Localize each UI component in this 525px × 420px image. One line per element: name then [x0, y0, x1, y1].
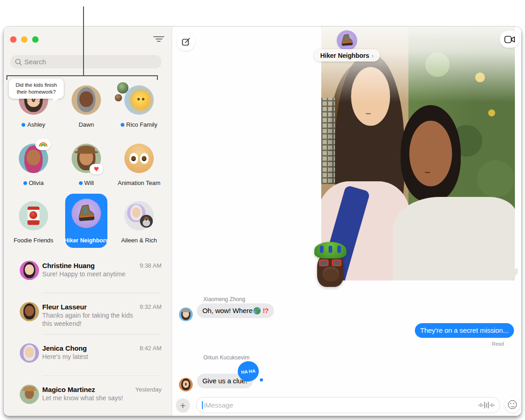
message-bubble-sent[interactable]: They're on a secret mission... [415, 323, 514, 338]
compose-button[interactable] [177, 33, 195, 51]
divider [42, 334, 161, 335]
pin-rico-family[interactable] [124, 85, 154, 115]
pin-label-animation-team: Animation Team [112, 179, 167, 186]
pin-hiker-neighbors-selected[interactable]: Hiker Neighbors [65, 194, 107, 248]
xiaomeng-zhong-avatar [179, 308, 193, 321]
search-field[interactable] [10, 55, 162, 68]
pin-aileen-rich[interactable] [124, 201, 154, 230]
globe-emoji [253, 307, 261, 314]
bike-helmet-icon [314, 242, 346, 258]
photo-person-right-top [393, 197, 515, 281]
sticker-glasses [319, 259, 329, 266]
smiley-icon [508, 400, 517, 409]
add-attachment-button[interactable]: + [176, 398, 190, 413]
aileen-rich-avatars [124, 201, 154, 230]
divider [42, 375, 161, 376]
sender-name: Orkun Kucuksevim [203, 354, 250, 361]
callout-bracket-tick-left [6, 75, 7, 80]
callout-line [83, 6, 84, 76]
pin-label-ashley: Ashley [6, 121, 61, 128]
helmet-memoji-sticker[interactable] [313, 241, 347, 290]
fleur-lasseur-avatar [20, 302, 39, 321]
conversation-row-christine-huang[interactable]: Christine Huang 9:38 AM Sure! Happy to m… [4, 261, 172, 301]
pin-foodie-friends[interactable] [19, 201, 48, 230]
conversation-time: 9:32 AM [140, 303, 162, 310]
conversation-name: Christine Huang [42, 262, 95, 269]
message-placeholder: iMessage [204, 401, 479, 409]
photo-person-right-face [409, 121, 452, 187]
unread-dot [79, 181, 83, 185]
conversation-name: Jenica Chong [42, 344, 87, 352]
photo-window-grid [321, 98, 335, 184]
sender-name: Xiaomeng Zhong [203, 296, 245, 302]
conversation-row-jenica-chong[interactable]: Jenica Chong 8:42 AM Here's my latest [4, 343, 172, 384]
photo-bubble-tail [511, 269, 519, 277]
orkun-kucuksevim-avatar [179, 378, 193, 392]
minimize-window-button[interactable] [21, 36, 28, 43]
video-camera-icon [504, 35, 515, 44]
conversation-time: 8:42 AM [140, 345, 162, 352]
pin-label-olivia: Olivia [6, 179, 61, 186]
magico-martinez-avatar [20, 385, 39, 404]
filter-icon[interactable] [153, 36, 165, 43]
conversation-name: Magico Martinez [42, 386, 95, 393]
callout-bracket [6, 75, 158, 76]
rainbow-tapback-icon [35, 139, 51, 150]
close-window-button[interactable] [10, 36, 17, 43]
search-icon [15, 58, 22, 66]
conversation-row-fleur-lasseur[interactable]: Fleur Lasseur 9:32 AM Thanks again for t… [4, 302, 172, 342]
chat-pane: Hiker Neighbors › Xiaomeng Zhong Oh, wow… [172, 27, 521, 416]
photo-message[interactable] [321, 27, 515, 280]
pin-animation-team[interactable] [124, 144, 154, 173]
pin-label-foodie-friends: Foodie Friends [6, 237, 61, 244]
rico-family-photo-thumb [114, 94, 123, 102]
message-preview-tooltip: Did the kids finish their homework? [9, 78, 64, 99]
jenica-chong-avatar [20, 343, 39, 363]
photo-person-right-smile [424, 169, 431, 173]
compose-icon [181, 37, 190, 46]
eyes-icon [129, 153, 149, 164]
pin-label-will: Will [59, 179, 114, 186]
pin-label-hiker-neighbors: Hiker Neighbors [59, 237, 114, 244]
sticker-hand [323, 267, 339, 281]
zoom-window-button[interactable] [32, 36, 39, 43]
conversation-time: Yesterday [135, 386, 162, 393]
message-text: Oh, wow! Where [202, 307, 252, 314]
pin-dawn[interactable] [72, 85, 101, 115]
unread-dot [22, 123, 25, 127]
conversation-row-magico-martinez[interactable]: Magico Martinez Yesterday Let me know wh… [4, 385, 172, 416]
unread-dot [23, 181, 27, 185]
messages-window: Did the kids finish their homework? Ashl… [4, 27, 521, 416]
message-input[interactable]: iMessage [196, 397, 500, 413]
message-bubble-received[interactable]: Oh, wow! Where!? [197, 303, 274, 318]
conversation-name: Fleur Lasseur [42, 303, 87, 311]
conversation-preview: Thanks again for taking the kids this we… [42, 312, 140, 328]
hiker-neighbors-avatar [72, 199, 101, 228]
chevron-right-icon: › [371, 52, 374, 59]
facetime-button[interactable] [500, 31, 519, 48]
boot-icon [340, 34, 354, 47]
sun-icon [124, 85, 154, 115]
canned-food-icon [28, 207, 39, 225]
conversation-preview: Here's my latest [42, 353, 140, 361]
sidebar: Did the kids finish their homework? Ashl… [4, 27, 172, 416]
emoji-picker-button[interactable] [504, 397, 520, 413]
sticker-glasses [332, 259, 341, 266]
message-text: They're on a secret mission... [420, 326, 508, 334]
read-receipt: Read [492, 341, 504, 347]
text-caret [202, 401, 203, 409]
audio-waveform-icon[interactable] [479, 401, 494, 409]
conversation-time: 9:38 AM [140, 262, 162, 269]
chat-title: Hiker Neighbors [320, 52, 369, 59]
heart-tapback-icon: ♥ [89, 164, 103, 174]
search-input[interactable] [24, 58, 157, 66]
pin-label-rico-family: Rico Family [112, 121, 167, 128]
rico-family-photo-thumb [117, 82, 129, 94]
callout-bracket-tick-right [157, 75, 158, 80]
chat-header-avatar[interactable] [337, 30, 357, 50]
conversation-preview: Sure! Happy to meet anytime [42, 270, 140, 279]
christine-huang-avatar [20, 261, 39, 280]
chat-title-button[interactable]: Hiker Neighbors › [314, 49, 380, 62]
pin-label-dawn: Dawn [59, 121, 114, 128]
dawn-avatar [72, 85, 101, 115]
